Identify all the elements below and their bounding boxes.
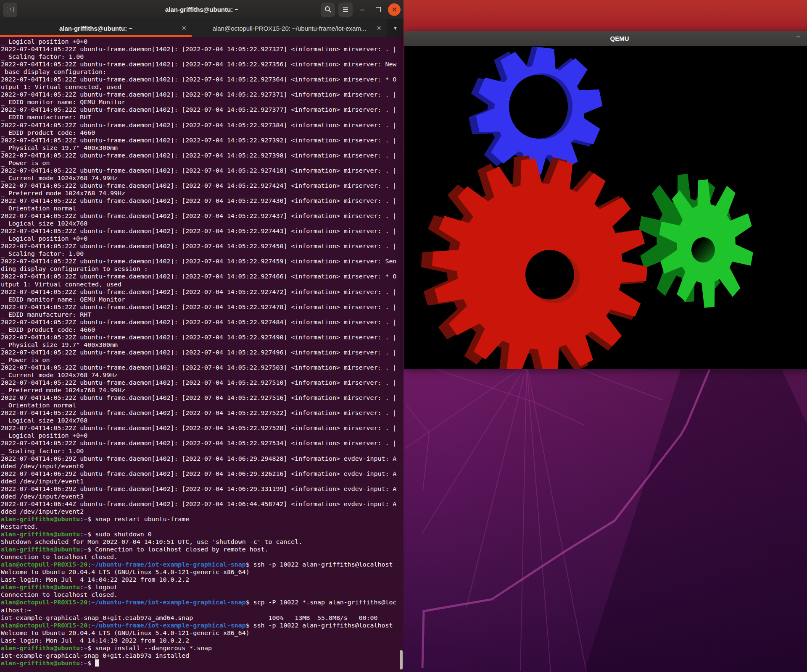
terminal-line: 2022-07-04T14:05:22Z ubuntu-frame.daemon…: [1, 91, 404, 98]
terminal-line: 2022-07-04T14:05:22Z ubuntu-frame.daemon…: [1, 349, 404, 356]
terminal-line: 2022-07-04T14:06:29Z ubuntu-frame.daemon…: [1, 470, 404, 478]
terminal-titlebar: + alan-griffiths@ubuntu: ~ –: [0, 0, 404, 19]
terminal-line: _ Preferred mode 1024x768 74.99Hz: [1, 189, 404, 197]
terminal-line: 2022-07-04T14:05:22Z ubuntu-frame.daemon…: [1, 106, 404, 113]
minimize-button[interactable]: –: [356, 3, 369, 16]
terminal-line: 2022-07-04T14:05:22Z ubuntu-frame.daemon…: [1, 136, 404, 144]
close-icon: [392, 7, 397, 12]
tab-active-label: alan-griffiths@ubuntu: ~: [59, 25, 132, 32]
terminal-scrollbar[interactable]: [400, 650, 403, 669]
terminal-line: _ Power is on: [1, 356, 404, 364]
terminal-line: utput 1: Virtual connected, used: [1, 281, 404, 288]
tab-active[interactable]: alan-griffiths@ubuntu: ~ ✕: [0, 19, 192, 37]
terminal-line: alan-griffiths@ubuntu:~$: [1, 659, 404, 667]
qemu-title: QEMU: [610, 35, 629, 42]
terminal-line: base display configuration:: [1, 68, 404, 76]
terminal-window: + alan-griffiths@ubuntu: ~ –: [0, 0, 404, 672]
terminal-line: _ Current mode 1024x768 74.99Hz: [1, 174, 404, 182]
qemu-minimize-button[interactable]: –: [796, 33, 800, 40]
terminal-line: 2022-07-04T14:06:29Z ubuntu-frame.daemon…: [1, 455, 404, 462]
terminal-line: _ Physical size 19.7" 400x300mm: [1, 144, 404, 152]
terminal-line: alan-griffiths@ubuntu:~$ snap restart ub…: [1, 515, 404, 523]
terminal-line: 2022-07-04T14:05:22Z ubuntu-frame.daemon…: [1, 318, 404, 326]
search-button[interactable]: [321, 3, 335, 17]
green-gear: [639, 174, 753, 308]
terminal-line: _ Logical size 1024x768: [1, 220, 404, 227]
tab-close-icon[interactable]: ✕: [376, 24, 382, 32]
terminal-line: alan-griffiths@ubuntu:~$ logout: [1, 583, 404, 591]
terminal-line: alhost:~: [1, 606, 404, 614]
terminal-line: Connection to localhost closed.: [1, 591, 404, 598]
terminal-line: _ EDID monitor name: QEMU Monitor: [1, 296, 404, 303]
terminal-line: 2022-07-04T14:06:29Z ubuntu-frame.daemon…: [1, 485, 404, 493]
terminal-line: alan-griffiths@ubuntu:~$ sudo shutdown 0: [1, 530, 404, 538]
terminal-line: 2022-07-04T14:05:22Z ubuntu-frame.daemon…: [1, 197, 404, 205]
tab-inactive[interactable]: alan@octopull-PROX15-20: ~/ubuntu-frame/…: [192, 19, 387, 37]
terminal-line: 2022-07-04T14:05:22Z ubuntu-frame.daemon…: [1, 227, 404, 235]
terminal-line: _ EDID product code: 4660: [1, 326, 404, 333]
terminal-line: _ Logical position +0+0: [1, 38, 404, 45]
tab-inactive-label: alan@octopull-PROX15-20: ~/ubuntu-frame/…: [213, 25, 367, 32]
terminal-line: _ EDID monitor name: QEMU Monitor: [1, 98, 404, 106]
terminal-line: 2022-07-04T14:05:22Z ubuntu-frame.daemon…: [1, 364, 404, 371]
terminal-line: _ Scaling factor: 1.00: [1, 250, 404, 257]
terminal-line: 2022-07-04T14:05:22Z ubuntu-frame.daemon…: [1, 45, 404, 53]
terminal-line: Shutdown scheduled for Mon 2022-07-04 14…: [1, 538, 404, 546]
terminal-line: Welcome to Ubuntu 20.04.4 LTS (GNU/Linux…: [1, 568, 404, 576]
terminal-line: 2022-07-04T14:05:22Z ubuntu-frame.daemon…: [1, 424, 404, 432]
terminal-line: ding display configuration to session :: [1, 265, 404, 273]
terminal-line: 2022-07-04T14:05:22Z ubuntu-frame.daemon…: [1, 182, 404, 189]
qemu-titlebar[interactable]: QEMU –: [404, 31, 807, 46]
hamburger-icon: [342, 7, 349, 13]
terminal-line: _ EDID product code: 4660: [1, 129, 404, 136]
terminal-line: 2022-07-04T14:05:22Z ubuntu-frame.daemon…: [1, 288, 404, 296]
new-tab-icon: +: [7, 7, 13, 12]
qemu-display[interactable]: [404, 46, 807, 369]
qemu-window: QEMU –: [404, 31, 807, 369]
terminal-line: 2022-07-04T14:05:22Z ubuntu-frame.daemon…: [1, 303, 404, 311]
terminal-line: 2022-07-04T14:05:22Z ubuntu-frame.daemon…: [1, 273, 404, 280]
new-tab-button[interactable]: +: [3, 3, 17, 17]
terminal-line: 2022-07-04T14:05:22Z ubuntu-frame.daemon…: [1, 379, 404, 386]
blue-gear: [469, 47, 603, 178]
search-icon: [324, 6, 332, 13]
terminal-line: 2022-07-04T14:05:22Z ubuntu-frame.daemon…: [1, 152, 404, 159]
tab-close-icon[interactable]: ✕: [181, 24, 187, 32]
gears-demo: [404, 46, 807, 369]
menu-button[interactable]: [338, 3, 353, 17]
terminal-line: 2022-07-04T14:05:22Z ubuntu-frame.daemon…: [1, 333, 404, 341]
terminal-line: 2022-07-04T14:05:22Z ubuntu-frame.daemon…: [1, 257, 404, 265]
terminal-line: Restarted.: [1, 523, 404, 530]
terminal-line: alan@octopull-PROX15-20:~/ubuntu-frame/i…: [1, 622, 404, 629]
terminal-line: Last login: Mon Jul 4 14:14:19 2022 from…: [1, 637, 404, 644]
terminal-output[interactable]: _ Logical position +0+02022-07-04T14:05:…: [0, 37, 404, 672]
terminal-line: _ Physical size 19.7" 400x300mm: [1, 341, 404, 349]
terminal-line: _ Preferred mode 1024x768 74.99Hz: [1, 386, 404, 394]
terminal-line: _ Current mode 1024x768 74.99Hz: [1, 371, 404, 379]
terminal-line: alan-griffiths@ubuntu:~$ snap install --…: [1, 644, 404, 652]
terminal-line: 2022-07-04T14:05:22Z ubuntu-frame.daemon…: [1, 439, 404, 447]
terminal-line: 2022-07-04T14:05:22Z ubuntu-frame.daemon…: [1, 409, 404, 417]
terminal-line: _ EDID manufacturer: RHT: [1, 311, 404, 318]
terminal-line: alan@octopull-PROX15-20:~/ubuntu-frame/i…: [1, 561, 404, 568]
terminal-line: 2022-07-04T14:06:44Z ubuntu-frame.daemon…: [1, 500, 404, 508]
terminal-line: Welcome to Ubuntu 20.04.4 LTS (GNU/Linux…: [1, 629, 404, 637]
terminal-line: dded /dev/input/event0: [1, 462, 404, 470]
tab-list-dropdown[interactable]: ▼: [387, 19, 404, 37]
terminal-tabbar: alan-griffiths@ubuntu: ~ ✕ alan@octopull…: [0, 19, 404, 37]
terminal-line: _ Orientation normal: [1, 205, 404, 212]
terminal-line: 2022-07-04T14:05:22Z ubuntu-frame.daemon…: [1, 76, 404, 83]
terminal-line: utput 1: Virtual connected, used: [1, 83, 404, 91]
terminal-line: alan-griffiths@ubuntu:~$ Connection to l…: [1, 546, 404, 553]
maximize-button[interactable]: [372, 3, 385, 16]
terminal-line: dded /dev/input/event2: [1, 508, 404, 515]
terminal-line: Connection to localhost closed.: [1, 553, 404, 561]
terminal-line: _ Power is on: [1, 159, 404, 167]
terminal-cursor: [95, 659, 99, 667]
terminal-line: dded /dev/input/event3: [1, 493, 404, 500]
maximize-icon: [376, 7, 381, 12]
terminal-line: iot-example-graphical-snap 0+git.e1ab97a…: [1, 652, 404, 659]
terminal-line: 2022-07-04T14:05:22Z ubuntu-frame.daemon…: [1, 242, 404, 250]
close-button[interactable]: [388, 3, 401, 16]
terminal-line: _ Logical size 1024x768: [1, 417, 404, 424]
